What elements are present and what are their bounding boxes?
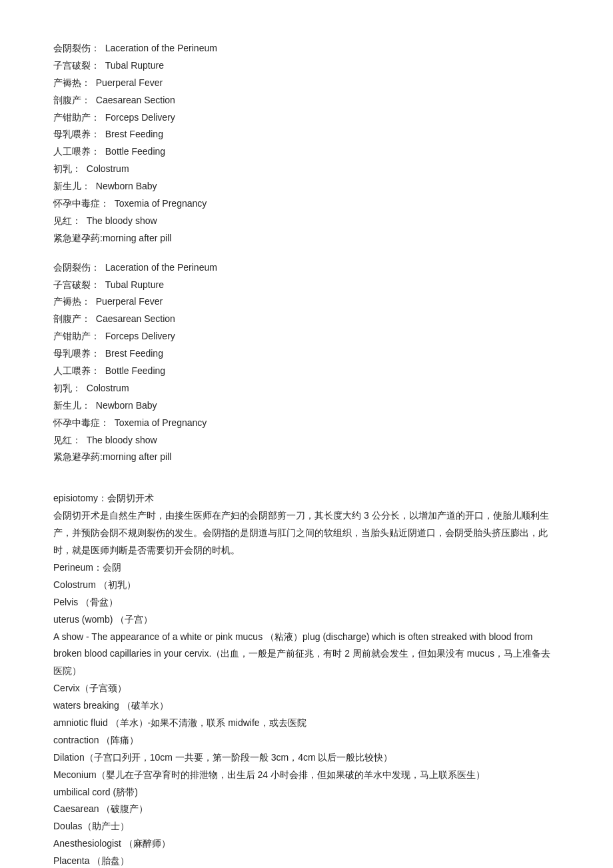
term-line: 会阴裂伤： Laceration of the Perineum bbox=[53, 40, 560, 57]
term-line: 见红： The bloody show bbox=[53, 213, 560, 230]
term-line: 新生儿： Newborn Baby bbox=[53, 178, 560, 195]
term-line: 产钳助产： Forceps Delivery bbox=[53, 328, 560, 345]
term-line: 人工喂养： Bottle Feeding bbox=[53, 363, 560, 380]
definition-line: Meconium（婴儿在子宫孕育时的排泄物，出生后 24 小时会排，但如果破的羊… bbox=[53, 767, 560, 784]
term-line: 紧急避孕药:morning after pill bbox=[53, 230, 560, 247]
term-line: 子宫破裂： Tubal Rupture bbox=[53, 277, 560, 294]
definition-line: Colostrum （初乳） bbox=[53, 577, 560, 594]
definition-line: uterus (womb) （子宫） bbox=[53, 611, 560, 629]
term-line: 初乳： Colostrum bbox=[53, 380, 560, 397]
definition-line: waters breaking （破羊水） bbox=[53, 697, 560, 715]
definition-line: Caesarean （破腹产） bbox=[53, 801, 560, 818]
section-spacer bbox=[53, 247, 560, 259]
definition-line: umbilical cord (脐带) bbox=[53, 784, 560, 801]
definition-line: 会阴切开术是自然生产时，由接生医师在产妇的会阴部剪一刀，其长度大约 3 公分长，… bbox=[53, 507, 560, 559]
term-line: 会阴裂伤： Laceration of the Perineum bbox=[53, 259, 560, 277]
definition-line: Placenta （胎盘） bbox=[53, 853, 560, 868]
definition-line: Dilation（子宫口列开，10cm 一共要，第一阶段一般 3cm，4cm 以… bbox=[53, 749, 560, 767]
definition-line: Pelvis （骨盆） bbox=[53, 594, 560, 611]
definition-line: Doulas（助产士） bbox=[53, 818, 560, 835]
definitions-section: episiotomy：会阴切开术会阴切开术是自然生产时，由接生医师在产妇的会阴部… bbox=[53, 490, 560, 868]
definition-line: Cervix（子宫颈） bbox=[53, 680, 560, 697]
term-line: 新生儿： Newborn Baby bbox=[53, 397, 560, 415]
definition-line: Anesthesiologist （麻醉师） bbox=[53, 835, 560, 853]
term-line: 产钳助产： Forceps Delivery bbox=[53, 109, 560, 127]
term-line: 剖腹产： Caesarean Section bbox=[53, 311, 560, 328]
term-line: 怀孕中毒症： Toxemia of Pregnancy bbox=[53, 415, 560, 432]
term-line: 母乳喂养： Brest Feeding bbox=[53, 345, 560, 363]
term-line: 产褥热： Puerperal Fever bbox=[53, 75, 560, 92]
term-line: 紧急避孕药:morning after pill bbox=[53, 449, 560, 466]
term-line: 见红： The bloody show bbox=[53, 432, 560, 449]
term-line: 人工喂养： Bottle Feeding bbox=[53, 143, 560, 161]
main-content: 会阴裂伤： Laceration of the Perineum子宫破裂： Tu… bbox=[53, 40, 560, 868]
term-line: 子宫破裂： Tubal Rupture bbox=[53, 57, 560, 75]
term-line: 怀孕中毒症： Toxemia of Pregnancy bbox=[53, 195, 560, 213]
definition-line: A show - The appearance of a white or pi… bbox=[53, 629, 560, 681]
definition-line: Perineum：会阴 bbox=[53, 559, 560, 577]
term-line: 剖腹产： Caesarean Section bbox=[53, 92, 560, 109]
definition-line: contraction （阵痛） bbox=[53, 732, 560, 749]
definition-line: amniotic fluid （羊水）-如果不清澈，联系 midwife，或去医… bbox=[53, 715, 560, 732]
section-spacer-2 bbox=[53, 466, 560, 478]
term-line: 母乳喂养： Brest Feeding bbox=[53, 126, 560, 143]
terms-section-1: 会阴裂伤： Laceration of the Perineum子宫破裂： Tu… bbox=[53, 40, 560, 478]
definition-line: episiotomy：会阴切开术 bbox=[53, 490, 560, 507]
term-line: 产褥热： Puerperal Fever bbox=[53, 293, 560, 311]
term-line: 初乳： Colostrum bbox=[53, 161, 560, 178]
